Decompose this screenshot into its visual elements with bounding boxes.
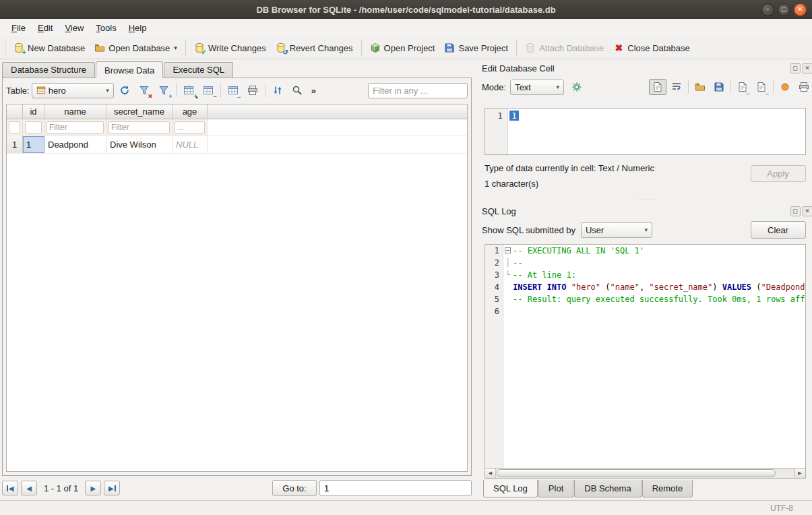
first-record-button[interactable]: ◀ (2, 481, 18, 495)
text-view-button[interactable] (649, 79, 666, 95)
delete-record-icon (203, 85, 214, 96)
new-database-button[interactable]: + New Database (9, 40, 90, 55)
column-header-age[interactable]: age (173, 104, 208, 119)
export-data-button[interactable]: → (224, 82, 242, 98)
sql-log-horizontal-scrollbar[interactable]: ◀ ▶ (485, 468, 806, 479)
table-combobox-value: hero (49, 86, 66, 96)
menu-view[interactable]: View (59, 20, 90, 36)
new-database-icon: + (13, 42, 24, 53)
cell-id[interactable]: 1 (23, 136, 44, 153)
clear-log-button[interactable]: Clear (751, 221, 806, 239)
goto-input[interactable] (319, 480, 472, 496)
scroll-right-icon[interactable]: ▶ (794, 468, 805, 478)
filter-input-id[interactable] (25, 121, 42, 133)
previous-record-button[interactable]: ◀ (21, 481, 37, 495)
next-record-button[interactable]: ▶ (85, 481, 101, 495)
filter-input-secret-name[interactable] (108, 121, 170, 133)
filter-options-icon (158, 85, 169, 96)
filter-options-button[interactable]: + (155, 82, 173, 98)
row-number[interactable]: 1 (7, 136, 23, 153)
show-sql-label: Show SQL submitted by (482, 225, 575, 235)
fold-collapse-icon[interactable]: − (505, 247, 511, 253)
titlebar[interactable]: DB Browser for SQLite - /home/user/code/… (0, 0, 812, 19)
filter-input-id[interactable] (9, 121, 20, 133)
sql-log-close-button[interactable]: ✕ (803, 206, 812, 216)
tab-browse-data[interactable]: Browse Data (96, 61, 163, 78)
toolbar-overflow-button[interactable]: » (308, 86, 319, 96)
print-button[interactable] (244, 82, 261, 98)
close-icon: ✕ (797, 6, 803, 13)
statusbar: UTF-8 (0, 500, 812, 515)
find-button[interactable] (288, 82, 306, 98)
tab-plot[interactable]: Plot (538, 480, 573, 497)
sql-log-float-button[interactable]: ◻ (790, 206, 801, 216)
open-database-dropdown-icon[interactable]: ▾ (174, 44, 177, 51)
save-file-button[interactable] (710, 79, 728, 95)
scrollbar-thumb[interactable] (497, 469, 776, 477)
cell-editor[interactable]: 1 1 (485, 108, 806, 155)
menu-edit[interactable]: Edit (32, 20, 59, 36)
sort-button[interactable] (269, 82, 286, 98)
tab-sql-log[interactable]: SQL Log (483, 480, 538, 497)
last-record-button[interactable]: ▶ (104, 481, 120, 495)
open-database-button[interactable]: Open Database ▾ (90, 40, 182, 55)
clear-filters-button[interactable]: ✕ (135, 82, 153, 98)
insert-record-icon (183, 85, 194, 96)
encoding-label[interactable]: UTF-8 (770, 504, 793, 513)
tab-database-structure[interactable]: Database Structure (2, 62, 95, 78)
cell-editor-content[interactable]: 1 (509, 111, 519, 121)
filter-input-age[interactable] (175, 121, 205, 133)
minimize-button[interactable]: − (761, 3, 774, 16)
export-cell-button[interactable]: → (753, 79, 770, 95)
close-icon: ✕ (805, 65, 810, 71)
open-project-button[interactable]: Open Project (365, 40, 440, 55)
filter-any-column-input[interactable] (368, 83, 468, 98)
tab-execute-sql[interactable]: Execute SQL (164, 62, 233, 78)
auto-format-button[interactable] (568, 79, 586, 95)
refresh-button[interactable] (116, 82, 133, 98)
edit-cell-close-button[interactable]: ✕ (803, 63, 812, 73)
grid-corner[interactable] (7, 104, 23, 119)
insert-record-button[interactable]: +▾ (180, 82, 197, 98)
cell-secret-name[interactable]: Dive Wilson (106, 136, 173, 153)
delete-record-button[interactable]: − (199, 82, 217, 98)
sql-log-code[interactable]: 1−-- EXECUTING ALL IN 'SQL 1'2│--3└-- At… (485, 244, 806, 468)
filter-input-name[interactable] (46, 121, 104, 133)
menubar: File Edit View Tools Help (0, 19, 812, 37)
mode-combobox[interactable]: Text ▾ (510, 80, 564, 95)
save-project-label: Save Project (458, 43, 508, 53)
goto-button[interactable]: Go to: (272, 480, 317, 496)
column-header-name[interactable]: name (44, 104, 106, 119)
edit-cell-float-button[interactable]: ◻ (790, 63, 801, 73)
sql-log-line: 3└-- At line 1: (485, 269, 805, 281)
tab-remote[interactable]: Remote (642, 480, 693, 497)
column-header-id[interactable]: id (23, 104, 44, 119)
dock-resize-handle[interactable]: ····· (482, 195, 812, 204)
cell-age[interactable]: NULL (173, 136, 208, 153)
menu-help[interactable]: Help (123, 20, 153, 36)
write-changes-button[interactable]: ✓ Write Changes (189, 40, 271, 55)
maximize-button[interactable]: ◻ (778, 3, 790, 16)
print-cell-button[interactable] (795, 79, 812, 95)
edit-cell-toolbar: Mode: Text ▾ ← → (482, 75, 812, 98)
minimize-icon: − (766, 6, 770, 13)
close-database-button[interactable]: ✖ Close Database (608, 40, 695, 55)
apply-button[interactable]: Apply (751, 165, 806, 182)
sql-log-header: SQL Log ◻ ✕ (482, 204, 812, 218)
import-cell-button[interactable]: ← (734, 79, 751, 95)
menu-file[interactable]: File (5, 20, 32, 36)
word-wrap-button[interactable] (668, 79, 685, 95)
save-project-button[interactable]: Save Project (439, 40, 513, 55)
set-null-button[interactable] (776, 79, 794, 95)
open-file-button[interactable] (691, 79, 709, 95)
submitted-by-combobox[interactable]: User ▾ (581, 222, 652, 238)
table-combobox[interactable]: hero ▾ (32, 83, 114, 98)
revert-changes-button[interactable]: ↺ Revert Changes (271, 40, 358, 55)
tab-db-schema[interactable]: DB Schema (574, 480, 641, 497)
close-window-button[interactable]: ✕ (794, 3, 807, 16)
attach-database-button: Attach Database (520, 40, 608, 55)
menu-tools[interactable]: Tools (90, 20, 122, 36)
column-header-secret-name[interactable]: secret_name (106, 104, 173, 119)
scroll-left-icon[interactable]: ◀ (485, 468, 496, 478)
cell-name[interactable]: Deadpond (44, 136, 106, 153)
